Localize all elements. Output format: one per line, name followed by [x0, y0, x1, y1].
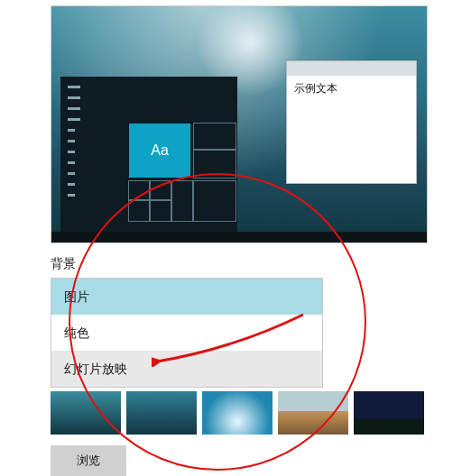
dropdown-option-solid[interactable]: 纯色	[51, 315, 322, 351]
sample-window: 示例文本	[286, 60, 417, 184]
background-label: 背景	[51, 256, 453, 272]
wallpaper-thumb[interactable]	[202, 391, 273, 435]
taskbar-preview	[51, 232, 427, 243]
tile-blank	[194, 124, 236, 149]
sample-window-titlebar	[287, 61, 416, 76]
tile-blank	[194, 151, 236, 178]
wallpaper-thumb[interactable]	[51, 391, 121, 435]
tile-blank	[151, 181, 171, 199]
start-nav-icons	[68, 86, 80, 205]
browse-button[interactable]: 浏览	[51, 445, 126, 476]
background-dropdown[interactable]: 图片 纯色 幻灯片放映	[51, 278, 323, 388]
start-tiles: Aa	[129, 124, 236, 221]
desktop-preview: Aa 示例文本	[51, 5, 428, 243]
dropdown-option-slideshow[interactable]: 幻灯片放映	[51, 351, 322, 387]
sample-window-text: 示例文本	[287, 76, 416, 102]
wallpaper-thumb[interactable]	[354, 391, 424, 435]
tile-blank	[151, 201, 171, 221]
tile-blank	[194, 181, 236, 221]
wallpaper-thumb[interactable]	[126, 391, 197, 435]
wallpaper-thumbnails	[51, 391, 453, 435]
wallpaper-thumb[interactable]	[278, 391, 348, 435]
start-menu-preview: Aa	[60, 77, 237, 232]
tile-blank	[129, 181, 149, 199]
tile-blank	[172, 181, 192, 221]
tile-blank	[129, 201, 149, 221]
dropdown-option-picture[interactable]: 图片	[51, 279, 322, 315]
tile-sample-text-icon: Aa	[129, 124, 190, 178]
